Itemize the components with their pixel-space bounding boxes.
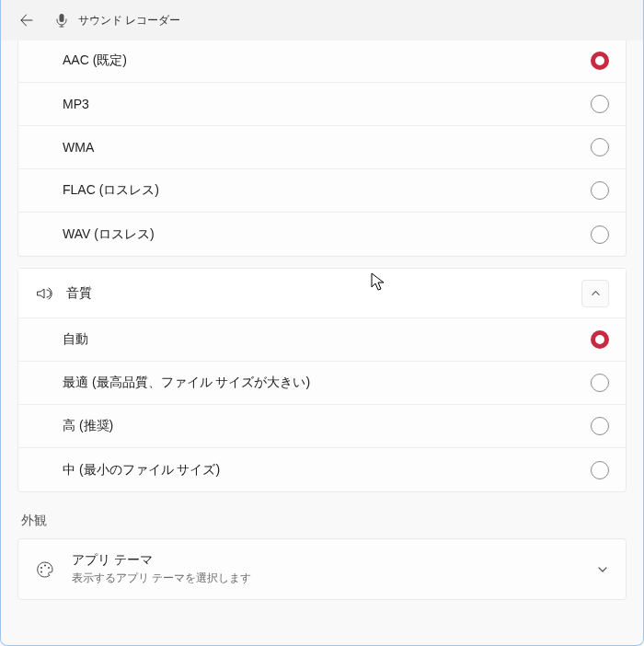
format-option-aac[interactable]: AAC (既定) — [18, 40, 626, 83]
theme-text: アプリ テーマ 表示するアプリ テーマを選択します — [72, 552, 596, 586]
format-option-mp3[interactable]: MP3 — [18, 83, 626, 126]
svg-point-1 — [40, 567, 42, 569]
appearance-section-label: 外観 — [21, 513, 627, 529]
radio-icon — [591, 374, 609, 392]
quality-group: 音質 自動 最適 (最高品質、ファイル サイズが大きい) 高 (推奨) 中 (最… — [17, 268, 627, 492]
quality-option-medium[interactable]: 中 (最小のファイル サイズ) — [18, 448, 626, 491]
format-option-wma[interactable]: WMA — [18, 126, 626, 169]
arrow-left-icon — [19, 13, 34, 28]
radio-icon — [591, 461, 609, 479]
radio-icon — [591, 95, 609, 113]
app-theme-card[interactable]: アプリ テーマ 表示するアプリ テーマを選択します — [17, 538, 627, 600]
svg-rect-0 — [60, 14, 64, 22]
svg-point-3 — [48, 567, 50, 569]
radio-icon — [591, 138, 609, 156]
radio-icon — [591, 52, 609, 70]
option-label: AAC (既定) — [63, 52, 591, 69]
radio-icon — [591, 225, 609, 244]
option-label: WMA — [63, 140, 591, 155]
quality-option-best[interactable]: 最適 (最高品質、ファイル サイズが大きい) — [18, 362, 626, 405]
radio-icon — [591, 330, 609, 349]
theme-subtitle: 表示するアプリ テーマを選択します — [72, 571, 596, 586]
option-label: FLAC (ロスレス) — [63, 182, 591, 199]
back-button[interactable] — [8, 2, 45, 39]
option-label: WAV (ロスレス) — [63, 226, 591, 243]
format-option-wav[interactable]: WAV (ロスレス) — [18, 213, 626, 256]
option-label: 高 (推奨) — [63, 418, 591, 434]
format-group: AAC (既定) MP3 WMA FLAC (ロスレス) WAV (ロスレス) — [17, 40, 627, 257]
svg-point-4 — [40, 571, 42, 572]
microphone-icon — [54, 13, 69, 28]
theme-title: アプリ テーマ — [72, 552, 596, 569]
svg-point-2 — [44, 564, 46, 566]
quality-option-auto[interactable]: 自動 — [18, 318, 626, 362]
chevron-up-icon — [591, 288, 601, 298]
option-label: 自動 — [63, 331, 591, 348]
chevron-down-icon — [596, 563, 609, 576]
quality-option-high[interactable]: 高 (推奨) — [18, 405, 626, 448]
palette-icon — [35, 559, 55, 580]
quality-header[interactable]: 音質 — [18, 269, 626, 318]
app-title: サウンド レコーダー — [78, 13, 180, 29]
quality-header-label: 音質 — [66, 285, 581, 302]
format-option-flac[interactable]: FLAC (ロスレス) — [18, 169, 626, 213]
option-label: 最適 (最高品質、ファイル サイズが大きい) — [63, 375, 591, 391]
radio-icon — [591, 417, 609, 435]
speaker-icon — [35, 284, 53, 303]
radio-icon — [591, 181, 609, 200]
collapse-button[interactable] — [581, 280, 609, 307]
option-label: 中 (最小のファイル サイズ) — [63, 462, 591, 479]
app-icon — [54, 13, 69, 28]
option-label: MP3 — [63, 97, 591, 111]
